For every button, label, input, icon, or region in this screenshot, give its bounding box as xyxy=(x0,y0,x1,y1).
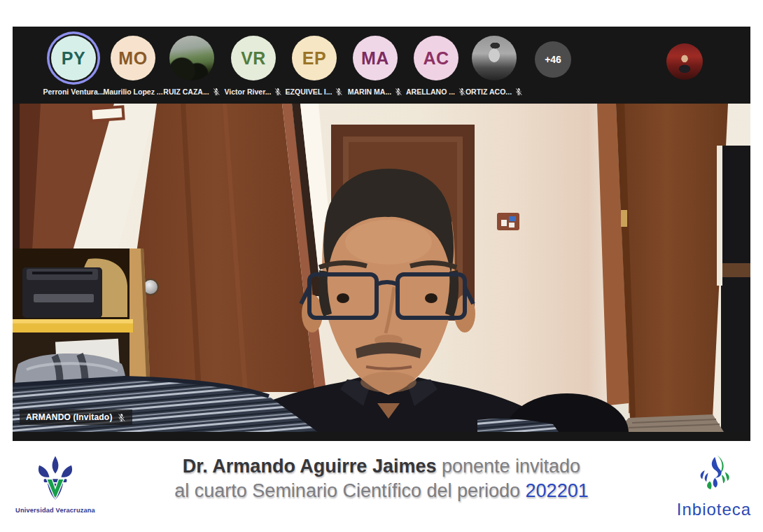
video-scene xyxy=(13,104,750,432)
participant-name: MARIN MA... xyxy=(348,88,391,96)
participant-overflow[interactable]: +46 xyxy=(524,36,582,78)
avatar-initials[interactable]: MO xyxy=(111,36,155,80)
participant-name: RUIZ CAZA... xyxy=(163,88,209,96)
avatar-photo[interactable] xyxy=(472,36,517,80)
participant-name: Maurilio Lopez ... xyxy=(103,88,162,96)
participant-ortiz[interactable]: ORTIZ ACO... xyxy=(465,36,524,96)
main-video-feed[interactable]: ARMANDO (Invitado) xyxy=(13,104,750,432)
caption-line-1: Dr. Armando Aguirre Jaimes ponente invit… xyxy=(0,454,763,479)
inbioteca-plant-icon xyxy=(692,454,736,496)
speaker-full-name: Dr. Armando Aguirre Jaimes xyxy=(183,456,437,477)
caption-period: 202201 xyxy=(526,480,589,501)
participant-maurilio[interactable]: MO Maurilio Lopez ... xyxy=(104,36,162,96)
video-speaker-label: ARMANDO (Invitado) xyxy=(20,410,132,425)
printer xyxy=(22,267,102,318)
overflow-count-badge[interactable]: +46 xyxy=(535,41,571,78)
light-switch xyxy=(497,213,519,230)
caption-role: ponente invitado xyxy=(436,456,580,477)
speaker-name-text: ARMANDO (Invitado) xyxy=(26,412,113,422)
participant-ruiz[interactable]: RUIZ CAZA... xyxy=(162,36,221,96)
participant-ezquivel[interactable]: EP EZQUIVEL I... xyxy=(285,36,344,96)
inbioteca-logo-caption: Inbioteca xyxy=(659,500,763,519)
avatar-initials[interactable]: MA xyxy=(353,36,398,80)
meeting-window: PY Perroni Ventura... MO Maurilio Lopez … xyxy=(13,27,750,441)
mic-off-icon xyxy=(514,88,523,96)
caption-event-text: al cuarto Seminario Científico del perio… xyxy=(174,480,525,501)
mic-off-icon xyxy=(335,88,343,96)
participant-name: Victor River... xyxy=(225,88,272,96)
mic-off-icon xyxy=(117,413,126,422)
caption-line-2: al cuarto Seminario Científico del perio… xyxy=(0,479,763,503)
side-furniture xyxy=(717,146,750,432)
participant-name: ARELLANO ... xyxy=(406,88,455,96)
self-view-avatar[interactable] xyxy=(666,43,703,80)
event-caption: Dr. Armando Aguirre Jaimes ponente invit… xyxy=(0,454,763,503)
participant-name: EZQUIVEL I... xyxy=(286,88,332,96)
universidad-veracruzana-logo: Universidad Veracruzana xyxy=(11,455,99,514)
participant-perroni[interactable]: PY Perroni Ventura... xyxy=(44,36,103,96)
participant-victor[interactable]: VR Victor River... xyxy=(224,36,283,96)
door-hinge xyxy=(621,210,627,227)
mic-off-icon xyxy=(394,88,402,96)
participant-arellano[interactable]: AC ARELLANO ... xyxy=(407,36,465,96)
avatar-initials[interactable]: EP xyxy=(292,36,337,80)
avatar-initials[interactable]: PY xyxy=(51,36,96,80)
avatar-photo[interactable] xyxy=(169,36,214,80)
avatar-initials[interactable]: VR xyxy=(231,36,276,80)
mic-off-icon xyxy=(212,88,220,96)
participant-marin[interactable]: MA MARIN MA... xyxy=(346,36,405,96)
uv-logo-caption: Universidad Veracruzana xyxy=(11,507,99,514)
mic-off-icon xyxy=(274,88,282,96)
right-door xyxy=(597,104,728,418)
participant-name: Perroni Ventura... xyxy=(43,88,104,96)
inbioteca-logo: Inbioteca xyxy=(659,454,763,519)
participant-name: ORTIZ ACO... xyxy=(465,88,512,96)
uv-fleur-icon xyxy=(30,455,80,501)
avatar-initials[interactable]: AC xyxy=(414,36,458,80)
participants-bar: PY Perroni Ventura... MO Maurilio Lopez … xyxy=(13,27,750,104)
